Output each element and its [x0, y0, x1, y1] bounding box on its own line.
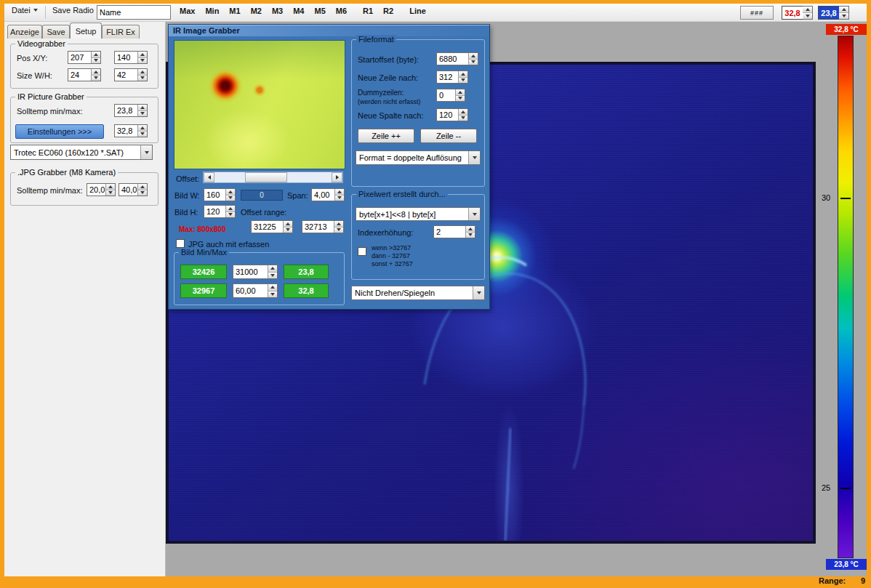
offset-scrollbar[interactable]	[203, 172, 343, 183]
indexerhoehung-spinner[interactable]: 2	[433, 225, 475, 238]
camera-device-select[interactable]: Trotec EC060 (160x120 *.SAT)	[10, 145, 153, 160]
m1-button[interactable]: M1	[225, 4, 244, 17]
spin-up-icon[interactable]	[466, 226, 475, 233]
scrollbar-track[interactable]	[214, 172, 332, 182]
spin-down-icon[interactable]	[335, 196, 344, 201]
spin-down-icon[interactable]	[803, 13, 812, 19]
size-w-value[interactable]: 24	[68, 69, 91, 81]
r2-button[interactable]: R2	[380, 4, 397, 17]
dropdown-arrow-icon[interactable]	[468, 208, 480, 220]
offset-to-spinner[interactable]: 32713	[302, 220, 344, 233]
spin-down-icon[interactable]	[469, 60, 478, 65]
spin-down-icon[interactable]	[456, 96, 465, 102]
spin-up-icon[interactable]	[268, 265, 277, 273]
bild-w-spinner[interactable]: 160	[204, 188, 236, 201]
spin-up-icon[interactable]	[459, 71, 467, 78]
zeile-minus-button[interactable]: Zeile --	[420, 129, 477, 143]
dropdown-arrow-icon[interactable]	[468, 151, 480, 164]
size-h-value[interactable]: 42	[115, 69, 137, 81]
dummyzeilen-spinner[interactable]: 0	[436, 89, 465, 102]
span-value[interactable]: 4,00	[312, 189, 334, 201]
name-input[interactable]	[97, 5, 171, 20]
m5-button[interactable]: M5	[310, 4, 329, 17]
spin-up-icon[interactable]	[456, 89, 465, 96]
dropdown-arrow-icon[interactable]	[140, 145, 152, 159]
spin-down-icon[interactable]	[106, 190, 115, 196]
jpg-temp-max-value[interactable]: 40,0	[119, 184, 137, 196]
scroll-right-icon[interactable]	[332, 172, 342, 182]
spin-down-icon[interactable]	[138, 76, 147, 81]
m2-button[interactable]: M2	[247, 4, 265, 17]
save-radio-button[interactable]: Save Radio	[48, 4, 98, 17]
jpg-temp-max-spinner[interactable]: 40,0	[119, 183, 148, 196]
rotate-mirror-select[interactable]: Nicht Drehen/Spiegeln	[351, 286, 485, 300]
pos-x-spinner[interactable]: 207	[68, 51, 101, 64]
bild-h-spinner[interactable]: 120	[204, 205, 236, 218]
spin-up-icon[interactable]	[803, 7, 812, 13]
spin-down-icon[interactable]	[92, 76, 100, 81]
spin-up-icon[interactable]	[839, 7, 848, 13]
m4-button[interactable]: M4	[289, 4, 308, 17]
dropdown-arrow-icon[interactable]	[473, 286, 484, 299]
spin-up-icon[interactable]	[106, 184, 115, 190]
set-min-spinner[interactable]: 31000	[233, 265, 278, 279]
indexerhoehung-value[interactable]: 2	[434, 226, 465, 238]
set-max-spinner[interactable]: 60,00	[233, 283, 278, 298]
min-button[interactable]: Min	[201, 4, 222, 17]
spin-down-icon[interactable]	[284, 227, 292, 233]
pixel-formula-select[interactable]: byte[x+1]<<8 | byte[x]	[356, 207, 481, 221]
spin-down-icon[interactable]	[839, 13, 848, 19]
spin-down-icon[interactable]	[138, 132, 147, 137]
spin-up-icon[interactable]	[226, 189, 235, 196]
zeile-plus-button[interactable]: Zeile ++	[358, 129, 414, 143]
spin-down-icon[interactable]	[466, 233, 475, 238]
grid-button[interactable]: ###	[740, 6, 774, 20]
spin-down-icon[interactable]	[138, 58, 147, 64]
ir-temp-max-spinner[interactable]: 32,8	[114, 124, 148, 137]
tab-anzeige[interactable]: Anzeige	[7, 25, 42, 39]
spin-down-icon[interactable]	[226, 212, 235, 218]
tab-save[interactable]: Save	[42, 25, 70, 39]
bild-h-value[interactable]: 120	[204, 206, 225, 217]
m3-button[interactable]: M3	[268, 4, 286, 17]
spin-up-icon[interactable]	[138, 69, 147, 76]
datei-menu[interactable]: Datei	[7, 4, 42, 17]
bild-w-value[interactable]: 160	[204, 189, 225, 201]
offset-from-spinner[interactable]: 31225	[251, 220, 293, 233]
neue-spalte-spinner[interactable]: 120	[436, 108, 468, 121]
startoffset-spinner[interactable]: 6880	[436, 52, 478, 65]
spin-up-icon[interactable]	[469, 53, 478, 60]
spin-down-icon[interactable]	[268, 291, 277, 298]
pos-x-value[interactable]: 207	[68, 52, 91, 63]
ir-temp-min-spinner[interactable]: 23,8	[114, 104, 148, 117]
size-h-spinner[interactable]: 42	[114, 68, 148, 81]
spin-up-icon[interactable]	[459, 109, 467, 116]
spin-up-icon[interactable]	[335, 189, 344, 196]
neue-zeile-value[interactable]: 312	[437, 71, 458, 83]
ir-temp-max-value[interactable]: 32,8	[115, 125, 137, 137]
format-select[interactable]: Format = doppelte Auflösung	[356, 150, 481, 165]
spin-up-icon[interactable]	[92, 52, 100, 58]
spin-up-icon[interactable]	[138, 52, 147, 58]
spin-up-icon[interactable]	[268, 284, 277, 291]
jpg-temp-min-value[interactable]: 20,0	[87, 184, 105, 196]
spin-up-icon[interactable]	[138, 105, 147, 111]
spin-up-icon[interactable]	[284, 221, 292, 227]
spin-down-icon[interactable]	[226, 196, 235, 201]
dummyzeilen-value[interactable]: 0	[437, 89, 455, 101]
spin-down-icon[interactable]	[459, 78, 467, 84]
offset-from-value[interactable]: 31225	[252, 221, 283, 233]
pos-y-spinner[interactable]: 140	[114, 51, 148, 64]
neue-zeile-spinner[interactable]: 312	[436, 71, 468, 84]
min-temp-value[interactable]: 23,8	[818, 6, 840, 20]
r1-button[interactable]: R1	[359, 4, 377, 17]
spin-up-icon[interactable]	[226, 206, 235, 212]
jpg-capture-checkbox[interactable]	[176, 239, 185, 248]
neue-spalte-value[interactable]: 120	[437, 109, 458, 121]
spin-down-icon[interactable]	[138, 111, 147, 117]
m6-button[interactable]: M6	[332, 4, 350, 17]
spin-down-icon[interactable]	[92, 58, 100, 64]
tab-flir-ex[interactable]: FLIR Ex	[102, 25, 140, 39]
set-min-value[interactable]: 31000	[233, 265, 268, 278]
tab-setup[interactable]: Setup	[70, 23, 102, 39]
